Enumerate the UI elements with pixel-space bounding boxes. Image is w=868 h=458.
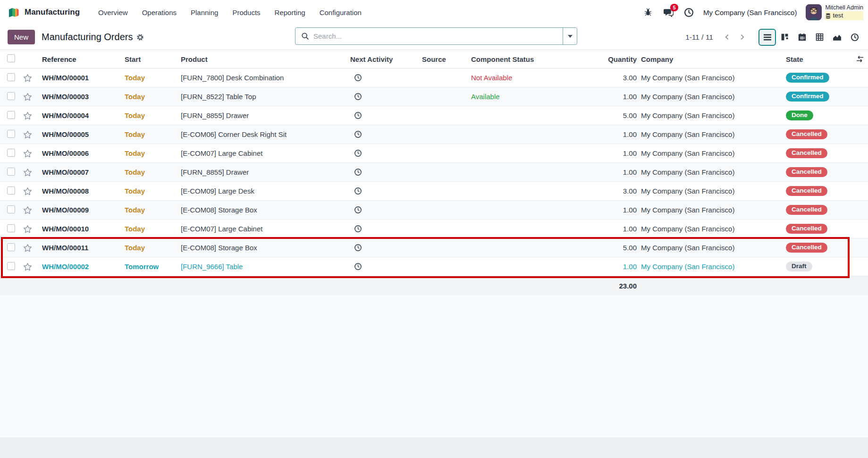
menu-configuration[interactable]: Configuration bbox=[314, 5, 367, 20]
row-checkbox[interactable] bbox=[7, 224, 15, 232]
next-activity-clock-icon[interactable] bbox=[350, 74, 422, 82]
pager-next-icon[interactable] bbox=[735, 29, 749, 45]
row-checkbox[interactable] bbox=[7, 73, 15, 81]
header-product[interactable]: Product bbox=[181, 55, 350, 63]
table-row[interactable]: WH/MO/00003 Today [FURN_8522] Table Top … bbox=[0, 87, 868, 106]
menu-reporting[interactable]: Reporting bbox=[270, 5, 311, 20]
next-activity-clock-icon[interactable] bbox=[350, 168, 422, 176]
list-view-button[interactable] bbox=[758, 29, 776, 46]
state-badge: Cancelled bbox=[786, 205, 827, 215]
table-row[interactable]: WH/MO/00009 Today [E-COM08] Storage Box … bbox=[0, 201, 868, 220]
table-row[interactable]: WH/MO/00006 Today [E-COM07] Large Cabine… bbox=[0, 144, 868, 163]
favorite-star-icon[interactable] bbox=[19, 93, 36, 101]
next-activity-clock-icon[interactable] bbox=[350, 244, 422, 252]
table-row[interactable]: WH/MO/00010 Today [E-COM07] Large Cabine… bbox=[0, 220, 868, 238]
row-checkbox[interactable] bbox=[7, 187, 15, 195]
row-checkbox-cell bbox=[0, 149, 19, 158]
state-badge: Draft bbox=[786, 262, 812, 272]
kanban-view-button[interactable] bbox=[776, 29, 793, 46]
favorite-star-icon[interactable] bbox=[19, 225, 36, 233]
row-company: My Company (San Francisco) bbox=[637, 244, 782, 252]
header-start[interactable]: Start bbox=[125, 55, 181, 63]
select-all-checkbox[interactable] bbox=[7, 54, 15, 62]
table-row[interactable]: WH/MO/00011 Today [E-COM08] Storage Box … bbox=[0, 238, 868, 257]
row-checkbox[interactable] bbox=[7, 262, 15, 270]
search-input-zone[interactable] bbox=[295, 28, 563, 44]
menu-operations[interactable]: Operations bbox=[137, 5, 182, 20]
row-company: My Company (San Francisco) bbox=[637, 225, 782, 233]
row-reference: WH/MO/00007 bbox=[36, 168, 125, 176]
header-component-status[interactable]: Component Status bbox=[471, 55, 590, 63]
row-checkbox[interactable] bbox=[7, 92, 15, 100]
pager-value[interactable]: 1-11 / 11 bbox=[685, 33, 713, 41]
activities-clock-icon[interactable] bbox=[683, 7, 694, 18]
favorite-star-icon[interactable] bbox=[19, 111, 36, 120]
messages-icon[interactable]: 5 bbox=[663, 7, 674, 18]
header-source[interactable]: Source bbox=[422, 55, 471, 63]
row-checkbox-cell bbox=[0, 92, 19, 102]
row-quantity: 3.00 bbox=[590, 187, 637, 195]
company-selector[interactable]: My Company (San Francisco) bbox=[703, 8, 797, 17]
table-row[interactable]: WH/MO/00001 Today [FURN_7800] Desk Combi… bbox=[0, 68, 868, 87]
row-product: [E-COM08] Storage Box bbox=[181, 206, 350, 214]
header-company[interactable]: Company bbox=[637, 55, 782, 63]
row-checkbox[interactable] bbox=[7, 168, 15, 176]
gear-icon[interactable] bbox=[136, 34, 144, 41]
table-row[interactable]: WH/MO/00007 Today [FURN_8855] Drawer 1.0… bbox=[0, 163, 868, 182]
menu-planning[interactable]: Planning bbox=[185, 5, 223, 20]
favorite-star-icon[interactable] bbox=[19, 149, 36, 158]
activity-view-button[interactable] bbox=[846, 29, 863, 46]
row-checkbox[interactable] bbox=[7, 205, 15, 213]
debug-bug-icon[interactable] bbox=[642, 7, 654, 18]
row-quantity: 1.00 bbox=[590, 130, 637, 138]
header-reference[interactable]: Reference bbox=[36, 55, 125, 63]
header-next-activity[interactable]: Next Activity bbox=[350, 55, 422, 63]
optional-columns-icon[interactable] bbox=[852, 56, 868, 62]
header-state[interactable]: State bbox=[782, 55, 852, 63]
favorite-star-icon[interactable] bbox=[19, 206, 36, 214]
row-checkbox[interactable] bbox=[7, 111, 15, 119]
next-activity-clock-icon[interactable] bbox=[350, 187, 422, 195]
next-activity-clock-icon[interactable] bbox=[350, 93, 422, 101]
next-activity-clock-icon[interactable] bbox=[350, 130, 422, 138]
row-product: [E-COM09] Large Desk bbox=[181, 187, 350, 195]
row-checkbox-cell bbox=[0, 187, 19, 196]
menu-overview[interactable]: Overview bbox=[93, 5, 133, 20]
favorite-star-icon[interactable] bbox=[19, 74, 36, 82]
row-reference: WH/MO/00011 bbox=[36, 244, 125, 252]
search-dropdown-toggle[interactable] bbox=[563, 28, 577, 44]
favorite-star-icon[interactable] bbox=[19, 244, 36, 252]
row-checkbox[interactable] bbox=[7, 149, 15, 157]
row-company: My Company (San Francisco) bbox=[637, 206, 782, 214]
table-row[interactable]: WH/MO/00005 Today [E-COM06] Corner Desk … bbox=[0, 125, 868, 144]
new-button[interactable]: New bbox=[8, 30, 35, 44]
calendar-view-button[interactable] bbox=[793, 29, 811, 46]
favorite-star-icon[interactable] bbox=[19, 168, 36, 177]
table-body: WH/MO/00001 Today [FURN_7800] Desk Combi… bbox=[0, 68, 868, 276]
pager-previous-icon[interactable] bbox=[720, 29, 734, 45]
search-icon bbox=[301, 32, 309, 40]
app-name: Manufacturing bbox=[25, 8, 80, 17]
favorite-star-icon[interactable] bbox=[19, 130, 36, 139]
user-menu[interactable]: Mitchell Admin test bbox=[806, 4, 863, 21]
graph-view-button[interactable] bbox=[828, 29, 846, 46]
menu-products[interactable]: Products bbox=[227, 5, 265, 20]
favorite-star-icon[interactable] bbox=[19, 187, 36, 195]
next-activity-clock-icon[interactable] bbox=[350, 111, 422, 119]
pivot-view-button[interactable] bbox=[811, 29, 828, 46]
app-switcher[interactable]: Manufacturing bbox=[8, 6, 80, 18]
table-row[interactable]: WH/MO/00004 Today [FURN_8855] Drawer 5.0… bbox=[0, 106, 868, 125]
search-input[interactable] bbox=[313, 32, 557, 40]
next-activity-clock-icon[interactable] bbox=[350, 206, 422, 214]
table-row[interactable]: WH/MO/00002 Tomorrow [FURN_9666] Table 1… bbox=[0, 257, 868, 276]
row-checkbox[interactable] bbox=[7, 243, 15, 251]
favorite-star-icon[interactable] bbox=[19, 263, 36, 271]
next-activity-clock-icon[interactable] bbox=[350, 149, 422, 157]
row-product: [E-COM07] Large Cabinet bbox=[181, 225, 350, 233]
next-activity-clock-icon[interactable] bbox=[350, 263, 422, 271]
next-activity-clock-icon[interactable] bbox=[350, 225, 422, 233]
table-row[interactable]: WH/MO/00008 Today [E-COM09] Large Desk 3… bbox=[0, 182, 868, 201]
row-component-status: Available bbox=[471, 93, 590, 101]
row-checkbox[interactable] bbox=[7, 130, 15, 138]
header-quantity[interactable]: Quantity bbox=[590, 55, 637, 63]
